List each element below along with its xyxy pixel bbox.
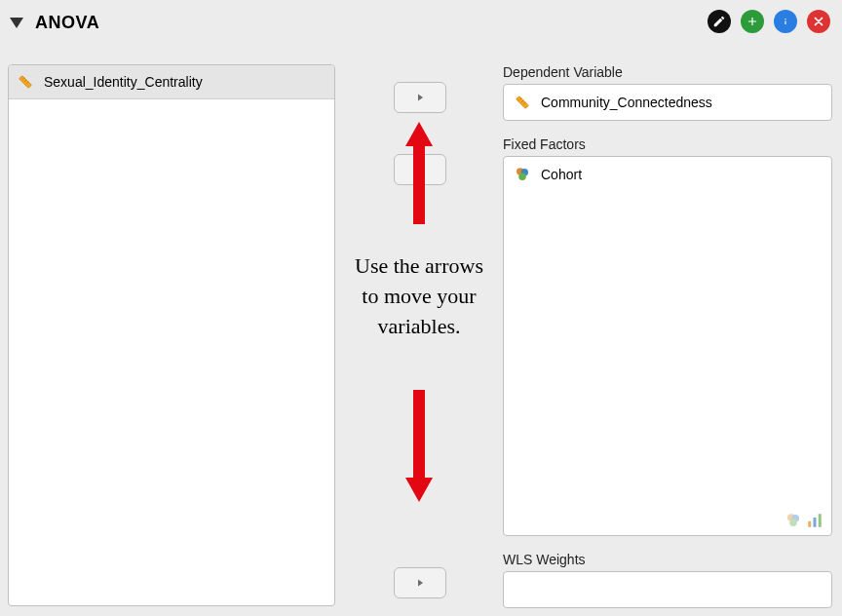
header-actions xyxy=(708,10,830,33)
svg-rect-18 xyxy=(808,521,811,527)
svg-rect-20 xyxy=(819,514,822,527)
wls-weights-label: WLS Weights xyxy=(503,552,586,567)
fixed-factors-label: Fixed Factors xyxy=(503,136,586,152)
nominal-type-hint-icon xyxy=(785,512,802,529)
svg-marker-26 xyxy=(405,390,433,502)
dependent-variable-dropzone[interactable]: Community_Connectedness xyxy=(503,84,832,121)
move-to-wls-button[interactable] xyxy=(394,567,446,598)
panel-header: ANOVA xyxy=(10,8,99,37)
disclosure-triangle-icon[interactable] xyxy=(10,18,23,28)
dependent-variable-name: Community_Connectedness xyxy=(541,95,712,110)
variable-row[interactable]: Sexual_Identity_Centrality xyxy=(9,65,334,99)
fixed-factor-row[interactable]: Cohort xyxy=(504,157,831,192)
move-to-dependent-button[interactable] xyxy=(394,82,446,113)
variable-name: Sexual_Identity_Centrality xyxy=(44,74,203,90)
edit-icon[interactable] xyxy=(708,10,731,33)
available-variables-list[interactable]: Sexual_Identity_Centrality xyxy=(8,64,335,606)
info-icon[interactable] xyxy=(774,10,797,33)
scale-icon xyxy=(17,73,34,91)
nominal-icon xyxy=(514,166,531,183)
anova-panel: ANOVA Sexual_Identity_Centrality xyxy=(0,0,842,616)
move-to-fixed-button[interactable] xyxy=(394,154,446,185)
svg-rect-0 xyxy=(19,76,32,89)
fixed-type-hints xyxy=(785,512,823,529)
svg-rect-4 xyxy=(517,96,529,109)
dependent-variable-label: Dependent Variable xyxy=(503,64,623,80)
ordinal-type-hint-icon xyxy=(806,512,823,529)
fixed-factor-name: Cohort xyxy=(541,167,582,182)
svg-point-17 xyxy=(789,520,797,527)
annotation-text: Use the arrows to move your variables. xyxy=(351,251,487,341)
close-icon[interactable] xyxy=(807,10,830,33)
panel-title: ANOVA xyxy=(35,13,99,33)
wls-weights-dropzone[interactable] xyxy=(503,571,832,608)
dependent-variable-row[interactable]: Community_Connectedness xyxy=(504,85,831,120)
fixed-factors-dropzone[interactable]: Cohort xyxy=(503,156,832,536)
svg-point-14 xyxy=(518,173,526,181)
svg-rect-19 xyxy=(814,518,817,527)
scale-icon xyxy=(514,94,531,111)
add-icon[interactable] xyxy=(741,10,764,33)
